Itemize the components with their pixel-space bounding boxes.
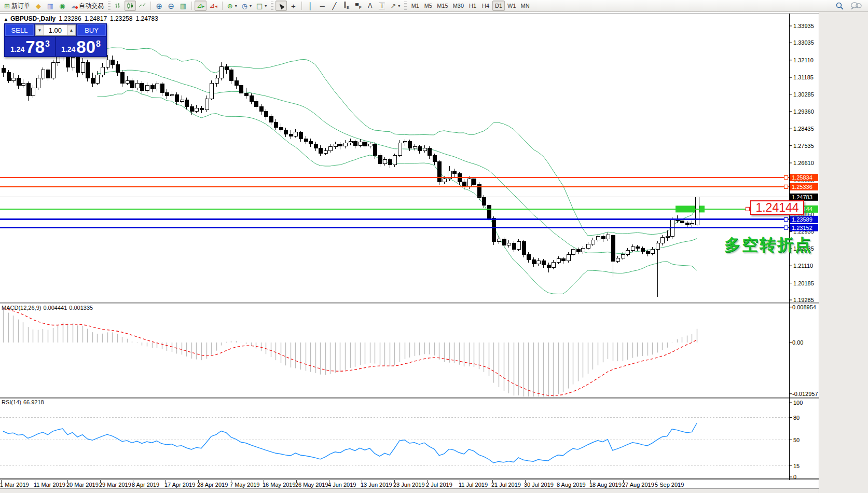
date-label: 28 Apr 2019 [197,482,228,488]
volume-value[interactable]: 1.00 [44,25,67,35]
candlestick-chart-button[interactable] [125,1,136,11]
candle-body [269,117,273,122]
autotrading-cloud-icon: ☁ [71,3,77,9]
zoom-in-button[interactable]: ⊕ [154,1,165,11]
templates-button[interactable]: ▤▾ [254,1,269,11]
candle-body [413,147,417,148]
price-level-label[interactable]: 1.24144 [750,200,804,215]
candle-body [666,237,669,238]
candle-body [576,249,580,252]
sell-price-prefix: 1.24 [10,45,24,53]
timeframe-m15[interactable]: M15 [435,1,450,11]
indicators-button[interactable]: ⊕▾ [225,1,239,11]
timeframe-w1[interactable]: W1 [505,1,518,11]
timeframe-m5[interactable]: M5 [422,1,434,11]
line-anchor-handle [784,185,788,188]
candle-body [646,251,650,253]
tile-windows-button[interactable]: ▦ [177,1,189,11]
text-label-button[interactable]: T [376,1,388,11]
timeframe-d1[interactable]: D1 [492,1,505,11]
date-label: 1 Mar 2019 [0,482,29,488]
person-chart-icon: ▥ [47,3,53,9]
price-tag-label: 1.25834 [792,174,812,181]
date-label: 7 May 2019 [230,482,259,488]
timeframe-h4[interactable]: H4 [479,1,492,11]
dropdown-caret-icon: ▾ [265,4,267,8]
market-watch-button[interactable]: ▥ [45,1,56,11]
line-chart-button[interactable] [136,1,148,11]
chart-shift-button[interactable]: ⊿◂ [207,1,219,11]
candle-body [86,62,89,78]
pivot-annotation-text[interactable]: 多空转折点 [724,234,812,256]
candle-body [547,265,550,267]
volume-decrease-button[interactable]: ▼ [35,25,44,35]
date-label: 8 Apr 2019 [132,482,159,488]
candle-body [571,249,575,254]
zoom-out-button[interactable]: ⊖ [166,1,177,11]
candle-body [527,254,530,259]
shapes-button[interactable]: ↗▾ [388,1,402,11]
date-label: 26 May 2019 [295,482,328,488]
date-label: 20 Mar 2019 [66,482,99,488]
volume-increase-button[interactable]: ▲ [67,25,76,35]
periods-button[interactable]: ◷▾ [240,1,254,11]
text-label-icon: T [379,3,385,9]
axis-tick-label: 1.29360 [793,108,814,115]
timeframe-h1[interactable]: H1 [466,1,479,11]
candle-body [611,235,615,261]
candle-body [126,80,129,83]
horizontal-line-button[interactable]: ─ [316,1,328,11]
search-icon[interactable] [835,2,844,10]
candle-body [482,197,486,205]
candle-body [398,143,402,156]
candle-body [393,156,396,165]
bar-chart-button[interactable] [113,1,124,11]
chart-shift-icon: ⊿◂ [209,2,217,10]
signals-button[interactable]: ◉ [57,1,68,11]
candle-body [91,78,94,83]
buy-button[interactable]: BUY [77,24,106,36]
autotrading-button[interactable]: ☁ 自动交易 [68,1,106,11]
chart-canvas[interactable]: 1.339351.330351.321101.311851.302851.293… [0,12,819,489]
candle-body [304,139,308,141]
candle-body [334,144,337,147]
candle-body [557,258,560,262]
fibonacci-button[interactable]: ≡F [352,1,364,11]
sell-price-display[interactable]: 1.24783 [5,37,55,56]
timeframe-mn[interactable]: MN [519,1,532,11]
vertical-line-button[interactable]: │ [305,1,316,11]
channel-button[interactable]: ∥E [340,1,352,11]
candle-body [111,60,114,65]
timeframe-m30[interactable]: M30 [451,1,466,11]
sell-button[interactable]: SELL [5,24,34,36]
buy-price-display[interactable]: 1.24808 [56,37,106,56]
date-label: 11 Mar 2019 [34,482,65,488]
cursor-button[interactable] [275,1,287,11]
auto-scroll-button[interactable]: ⊿▸ [195,1,206,11]
candle-body [31,88,35,96]
clock-icon: ◷ [242,3,247,9]
trendline-button[interactable]: ╱ [328,1,340,11]
crosshair-button[interactable]: + [287,1,299,11]
text-tool-button[interactable]: A [364,1,376,11]
toolbar-separator [301,2,302,10]
ohlc-high: 1.24817 [85,15,107,22]
candle-body [41,70,45,78]
date-label: 30 Jul 2019 [524,482,554,488]
candle-body [155,84,159,89]
macd-main-value: 0.004441 [43,305,67,311]
metaeditor-button[interactable]: ◆ [33,1,44,11]
candle-body [685,223,689,225]
timeframe-m1[interactable]: M1 [409,1,421,11]
macd-axis-label: -0.012957 [792,391,818,397]
community-chat-icon[interactable] [850,2,862,10]
date-label: 2 Jul 2019 [426,482,452,488]
axis-tick-label: 1.21110 [793,263,813,269]
candle-body [616,258,619,261]
candle-body [383,160,387,163]
macd-axis-label: 0.008954 [792,304,816,310]
collapse-panel-icon[interactable]: ▲ [4,17,8,22]
new-order-button[interactable]: ⊞ 新订单 [2,1,32,11]
one-click-trading-panel: SELL ▼ 1.00 ▲ BUY 1.24783 1.24808 [4,23,107,57]
candle-body [591,240,595,244]
